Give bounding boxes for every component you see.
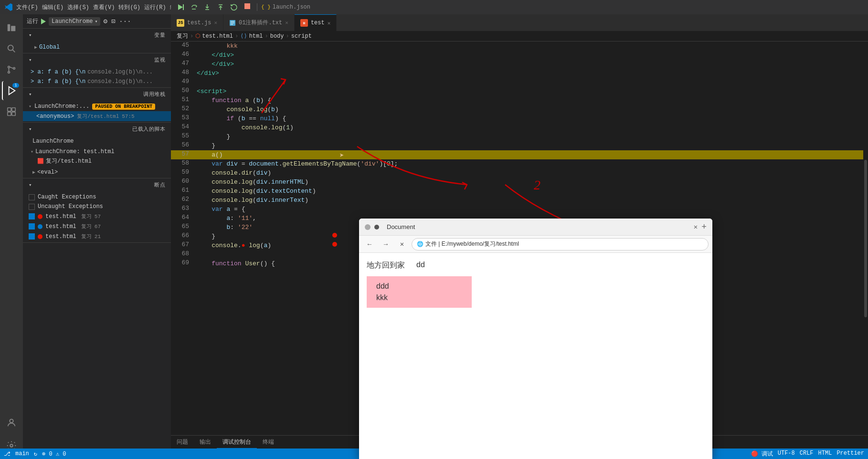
more-actions-icon[interactable]: ··· [118, 17, 132, 26]
status-sync-icon[interactable]: ↻ [34, 450, 37, 458]
browser-close-btn[interactable] [374, 225, 379, 230]
status-errors[interactable]: ⊗ 0 ⚠ 0 [42, 450, 66, 458]
status-prettier[interactable]: Prettier [836, 450, 864, 458]
bp-test-html-21[interactable]: test.html 复习 21 [23, 231, 171, 241]
activity-item-search[interactable] [2, 39, 21, 58]
activity-item-extensions[interactable] [2, 102, 21, 121]
scripts-eval[interactable]: ▶ <eval> [23, 167, 171, 177]
toolbar-controls [175, 1, 253, 13]
breadcrumb-file[interactable]: test.html [202, 33, 233, 40]
line-content-60: console.log(div.innerHTML) [195, 177, 868, 187]
uncaught-exceptions-row[interactable]: Uncaught Exceptions [23, 202, 171, 211]
activity-item-debug[interactable]: 1 [2, 81, 21, 100]
scripts-fuxue-testhtml[interactable]: 🟥 复习/test.html [28, 156, 166, 166]
activity-item-scm[interactable] [2, 60, 21, 79]
caught-exceptions-checkbox[interactable] [29, 194, 35, 200]
run-label: 运行 [27, 17, 38, 25]
breadcrumb-body[interactable]: body [270, 33, 284, 40]
step-into-button[interactable] [201, 1, 213, 13]
tab-annotation-close[interactable]: ✕ [285, 20, 288, 26]
status-branch[interactable]: main [15, 450, 29, 457]
call-stack-launch[interactable]: ▾ LaunchChrome:... PAUSED ON BREAKPOINT [23, 102, 171, 111]
watch-item-2[interactable]: > a: f a (b) {\n console.log(b)\n... [23, 77, 171, 86]
bp-test-html-57[interactable]: test.html 复习 57 [23, 211, 171, 221]
status-lang[interactable]: HTML [818, 450, 832, 458]
menu-edit[interactable]: 编辑(E) [42, 3, 64, 11]
browser-titlebar: Document ✕ + [359, 219, 712, 236]
svg-point-14 [10, 419, 13, 423]
line-num-47: 47 [171, 60, 195, 69]
loaded-scripts-header[interactable]: ▾ 已载入的脚本 [23, 123, 171, 136]
panel-tab-terminal[interactable]: 终端 [257, 436, 280, 449]
browser-reload-button[interactable]: ✕ [395, 238, 409, 251]
tab-test-html-close[interactable]: ✕ [328, 20, 331, 26]
browser-dot-1[interactable] [365, 224, 370, 230]
panel-tab-problems[interactable]: 问题 [171, 436, 194, 449]
bp-57-file: test.html [45, 213, 76, 220]
line-content-55: } [195, 132, 868, 141]
browser-back-button[interactable]: ← [363, 238, 376, 251]
panel-tab-output[interactable]: 输出 [194, 436, 217, 449]
variables-header[interactable]: ▾ 变量 [23, 29, 171, 42]
bp-57-checkbox[interactable] [29, 213, 35, 219]
restart-button[interactable] [228, 1, 240, 13]
menu-view[interactable]: 查看(V) [93, 3, 115, 11]
tab-annotation-plugin[interactable]: 01注释插件.txt ✕ [223, 14, 295, 31]
tab-test-js[interactable]: JS test.js ✕ [171, 14, 223, 31]
svg-rect-11 [12, 108, 15, 111]
call-stack-header[interactable]: ▾ 调用堆栈 [23, 88, 171, 101]
breakpoints-section: ▾ 断点 Caught Exceptions Uncaught Exceptio… [23, 178, 171, 243]
bp-test-html-67[interactable]: test.html 复习 67 [23, 221, 171, 231]
page-layout: 地方回到家 dd [367, 261, 705, 274]
menu-select[interactable]: 选择(S) [67, 3, 89, 11]
menu-run[interactable]: 运行(R) [144, 3, 166, 11]
editor-scrollbar[interactable] [863, 42, 868, 435]
menu-file[interactable]: 文件(F) [16, 3, 38, 11]
line-num-45: 45 [171, 42, 195, 51]
scripts-test-html-group[interactable]: ▾ LaunchChrome: test.html [28, 147, 166, 156]
bp-21-checkbox[interactable] [29, 233, 35, 240]
launch-json-label[interactable]: launch.json [273, 4, 310, 10]
tab-test-js-close[interactable]: ✕ [214, 20, 217, 26]
continue-button[interactable] [175, 1, 186, 13]
caught-exceptions-row[interactable]: Caught Exceptions [23, 192, 171, 202]
browser-forward-button[interactable]: → [379, 238, 392, 251]
svg-rect-10 [8, 108, 11, 111]
stop-button[interactable] [242, 1, 253, 13]
debug-config-icon[interactable]: ⊡ [110, 16, 116, 26]
breadcrumb-script[interactable]: script [291, 33, 312, 40]
bp-67-checkbox[interactable] [29, 223, 35, 230]
launch-config-selector[interactable]: LaunchChrome ▾ [49, 17, 100, 26]
global-variable-item[interactable]: ▶ Global [23, 42, 171, 52]
status-crlf[interactable]: CRLF [800, 450, 814, 458]
line-num-57: 57 [171, 150, 195, 159]
menu-goto[interactable]: 转到(G) [118, 3, 140, 11]
scrollbar-thumb[interactable] [864, 160, 867, 317]
svg-rect-24 [244, 3, 250, 9]
status-encoding[interactable]: UTF-8 [778, 450, 795, 458]
tab-test-html[interactable]: H test ✕ [295, 14, 337, 31]
url-bar[interactable]: 🌐 文件 | E:/myweb/demo/复习/test.html [412, 238, 709, 250]
breakpoints-header[interactable]: ▾ 断点 [23, 178, 171, 191]
scripts-launch-chrome[interactable]: LaunchChrome [23, 136, 171, 146]
svg-point-15 [10, 444, 13, 447]
panel-tab-debug-console[interactable]: 调试控制台 [217, 436, 257, 449]
url-text[interactable]: 文件 | E:/myweb/demo/复习/test.html [425, 240, 519, 248]
settings-gear-icon[interactable]: ⚙ [102, 16, 108, 26]
browser-window: Document ✕ + ← → ✕ 🌐 文件 | E:/myweb/demo/… [359, 219, 712, 459]
call-stack-section: ▾ 调用堆栈 ▾ LaunchChrome:... PAUSED ON BREA… [23, 88, 171, 123]
browser-new-tab-button[interactable]: + [701, 222, 707, 232]
watch-item-1[interactable]: > a: f a (b) {\n console.log(b)\n... [23, 67, 171, 77]
page-text-ddd: ddd [376, 282, 462, 291]
uncaught-exceptions-checkbox[interactable] [29, 204, 35, 210]
anonymous-frame[interactable]: <anonymous> 复习/test.html 57:5 [23, 111, 171, 121]
breadcrumb-folder[interactable]: 复习 [177, 32, 188, 40]
breadcrumb-html[interactable]: html [249, 33, 263, 40]
watch-header[interactable]: ▾ 监视 [23, 53, 171, 66]
activity-item-account[interactable] [2, 413, 21, 432]
page-text-block: 地方回到家 [367, 261, 405, 274]
browser-close-icon[interactable]: ✕ [694, 223, 698, 231]
step-out-button[interactable] [215, 1, 226, 13]
activity-item-explorer[interactable] [2, 18, 21, 37]
step-over-button[interactable] [188, 1, 200, 13]
